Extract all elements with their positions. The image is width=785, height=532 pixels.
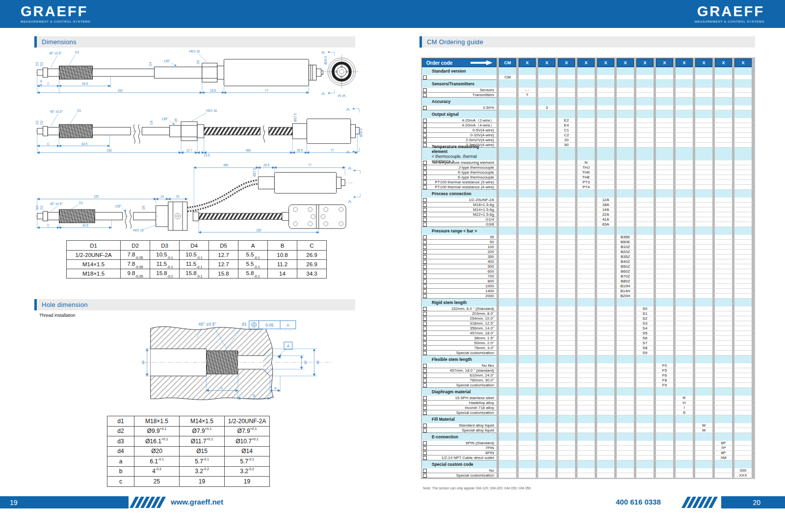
order-checkbox[interactable] <box>423 124 427 127</box>
order-checkbox[interactable] <box>423 128 427 132</box>
order-checkbox[interactable] <box>423 180 427 184</box>
order-checkbox[interactable] <box>423 346 427 350</box>
order-checkbox[interactable] <box>423 270 427 274</box>
order-checkbox[interactable] <box>423 138 427 142</box>
order-code-cell <box>673 185 693 190</box>
order-checkbox[interactable] <box>423 289 427 293</box>
order-code-cell <box>654 274 673 279</box>
order-checkbox[interactable] <box>423 331 427 335</box>
order-checkbox[interactable] <box>423 223 427 227</box>
order-checkbox[interactable] <box>423 456 427 460</box>
order-checkbox[interactable] <box>423 396 427 400</box>
order-checkbox[interactable] <box>423 198 427 202</box>
order-code-cell <box>516 250 536 254</box>
order-checkbox[interactable] <box>423 374 427 378</box>
order-code-cell <box>634 180 654 185</box>
order-option-label: 1/2-20UNF-2A <box>469 198 494 202</box>
hole-cell: 19 <box>180 477 225 487</box>
order-option-row: 15-5PH stainless steelR <box>422 396 754 401</box>
order-checkbox[interactable] <box>423 284 427 288</box>
order-checkbox[interactable] <box>423 213 427 217</box>
order-checkbox[interactable] <box>423 255 427 259</box>
order-code-cell <box>536 88 555 93</box>
order-option-row: 1400B14H <box>422 289 754 294</box>
order-checkbox[interactable] <box>423 106 427 110</box>
order-checkbox[interactable] <box>423 406 427 410</box>
order-checkbox[interactable] <box>423 312 427 316</box>
order-checkbox[interactable] <box>423 76 427 79</box>
website-link[interactable]: www.graeff.net <box>171 498 223 506</box>
order-checkbox[interactable] <box>423 379 427 382</box>
dim-26-5: 26.5 <box>297 149 303 152</box>
tolerance-value: 0.05 <box>265 323 274 328</box>
order-code-cell <box>536 311 555 316</box>
order-checkbox[interactable] <box>423 441 427 445</box>
section-mark-a: A <box>348 165 352 171</box>
order-checkbox[interactable] <box>423 203 427 207</box>
order-checkbox[interactable] <box>423 351 427 355</box>
order-checkbox[interactable] <box>423 275 427 279</box>
order-checkbox[interactable] <box>423 88 427 92</box>
order-code-cell: 7P <box>712 446 732 451</box>
order-code-cell <box>673 336 693 341</box>
order-code-cell: 22A <box>595 212 614 217</box>
order-code-cell: R <box>673 396 693 401</box>
order-code-cell <box>614 373 634 378</box>
order-code-cell: H <box>673 401 693 405</box>
order-checkbox[interactable] <box>423 451 427 455</box>
order-checkbox[interactable] <box>423 424 427 428</box>
order-code-cell <box>732 410 754 415</box>
order-checkbox[interactable] <box>423 341 427 345</box>
order-checkbox[interactable] <box>423 166 427 170</box>
order-checkbox[interactable] <box>423 218 427 222</box>
order-code-cell <box>712 423 732 428</box>
order-checkbox[interactable] <box>423 446 427 450</box>
order-code-cell <box>654 250 673 254</box>
order-code-cell <box>516 428 536 433</box>
order-checkbox[interactable] <box>423 235 427 239</box>
order-checkbox[interactable] <box>423 260 427 264</box>
order-code-cell <box>516 203 536 207</box>
order-code-cell <box>673 294 693 299</box>
order-checkbox[interactable] <box>423 383 427 387</box>
order-checkbox[interactable] <box>423 245 427 249</box>
order-code-cell <box>712 306 732 311</box>
order-code-cell <box>634 363 654 368</box>
order-option-label: Special customization <box>456 383 494 387</box>
order-checkbox[interactable] <box>423 279 427 283</box>
order-checkbox[interactable] <box>423 322 427 326</box>
order-checkbox[interactable] <box>423 133 427 137</box>
order-checkbox[interactable] <box>423 265 427 269</box>
order-checkbox[interactable] <box>423 364 427 368</box>
order-checkbox[interactable] <box>423 208 427 212</box>
order-checkbox[interactable] <box>423 143 427 147</box>
order-checkbox[interactable] <box>423 185 427 189</box>
order-checkbox[interactable] <box>423 474 427 478</box>
footer-slashes-right <box>684 497 717 508</box>
order-option-label: M22×1.5-6g <box>473 212 494 217</box>
order-checkbox[interactable] <box>423 327 427 330</box>
order-code-cell <box>497 235 516 240</box>
order-checkbox[interactable] <box>423 411 427 415</box>
order-checkbox[interactable] <box>423 93 427 97</box>
order-option-row: 7PIN7P <box>422 446 754 451</box>
drawing-flexible-sensor: A A C 34.5 152 12.7 12.5 460 26.5 77 45°… <box>34 104 363 157</box>
order-checkbox[interactable] <box>423 429 427 432</box>
order-checkbox[interactable] <box>423 307 427 311</box>
order-code-cell <box>614 105 634 110</box>
order-checkbox[interactable] <box>423 171 427 175</box>
order-checkbox[interactable] <box>423 161 427 165</box>
order-checkbox[interactable] <box>423 176 427 179</box>
order-checkbox[interactable] <box>423 119 427 123</box>
order-checkbox[interactable] <box>423 317 427 321</box>
order-code-cell <box>497 378 516 383</box>
order-checkbox[interactable] <box>423 401 427 405</box>
order-code-cell <box>575 451 595 456</box>
order-checkbox[interactable] <box>423 294 427 298</box>
order-checkbox[interactable] <box>423 240 427 244</box>
order-checkbox[interactable] <box>423 336 427 340</box>
order-checkbox[interactable] <box>423 250 427 254</box>
order-checkbox[interactable] <box>423 469 427 473</box>
order-checkbox[interactable] <box>423 369 427 373</box>
dims-cell: 34.3 <box>297 269 327 279</box>
